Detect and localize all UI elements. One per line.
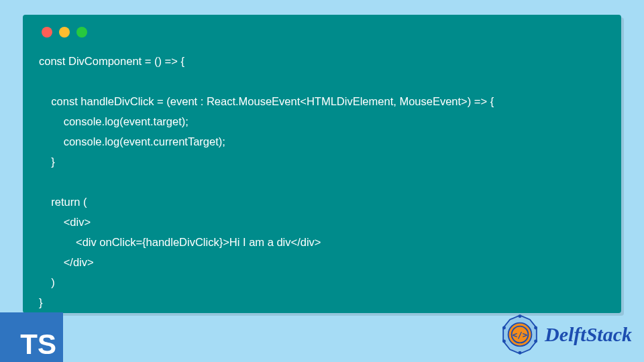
brand: </> DelftStack xyxy=(499,314,632,355)
brand-name: DelftStack xyxy=(545,323,632,346)
typescript-badge: TS xyxy=(0,312,63,362)
svg-point-9 xyxy=(502,339,506,343)
minimize-icon xyxy=(59,27,70,38)
maximize-icon xyxy=(76,27,87,38)
svg-point-6 xyxy=(534,326,537,330)
svg-text:</>: </> xyxy=(513,330,527,340)
delftstack-logo-icon: </> xyxy=(499,314,541,355)
typescript-badge-label: TS xyxy=(20,328,56,361)
code-block: const DivComponent = () => { const handl… xyxy=(39,51,605,312)
close-icon xyxy=(42,27,52,38)
svg-point-10 xyxy=(502,326,506,330)
svg-point-5 xyxy=(519,314,522,318)
svg-point-7 xyxy=(534,339,537,343)
svg-point-8 xyxy=(519,351,522,355)
code-window: const DivComponent = () => { const handl… xyxy=(23,15,621,313)
traffic-lights xyxy=(42,27,605,38)
